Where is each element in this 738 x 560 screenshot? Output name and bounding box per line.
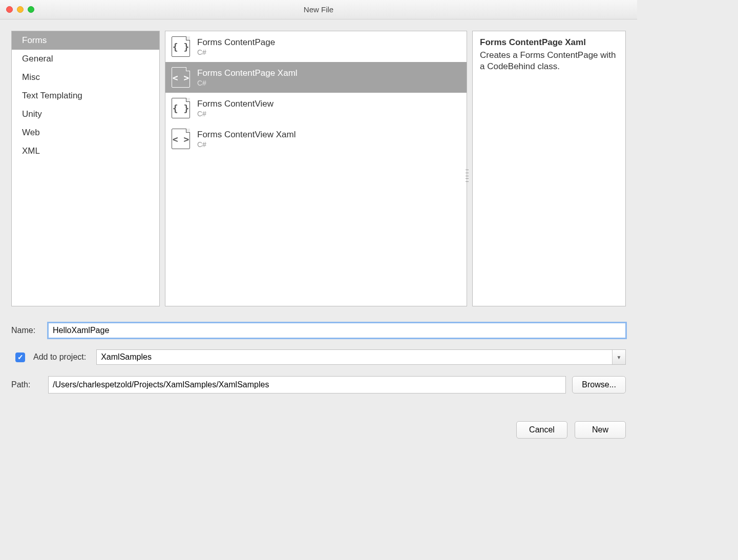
- template-language: C#: [197, 48, 275, 56]
- main-area: FormsGeneralMiscText TemplatingUnityWebX…: [0, 19, 637, 312]
- xaml-file-icon: < >: [172, 67, 190, 88]
- category-item-general[interactable]: General: [12, 50, 159, 68]
- description-panel: Forms ContentPage Xaml Creates a Forms C…: [472, 31, 626, 306]
- form-area: Name: Add to project: XamlSamples ▼ Path…: [0, 312, 637, 401]
- window-title: New File: [0, 5, 637, 14]
- csharp-file-icon: { }: [172, 36, 190, 57]
- name-row: Name:: [11, 323, 626, 338]
- minimize-window-button[interactable]: [17, 6, 24, 13]
- name-input[interactable]: [48, 323, 626, 338]
- template-text: Forms ContentPageC#: [197, 37, 275, 56]
- template-text: Forms ContentPage XamlC#: [197, 68, 298, 87]
- template-language: C#: [197, 79, 298, 87]
- description-title: Forms ContentPage Xaml: [480, 37, 618, 48]
- new-button[interactable]: New: [575, 421, 626, 439]
- cancel-button[interactable]: Cancel: [516, 421, 567, 439]
- template-text: Forms ContentView XamlC#: [197, 130, 296, 149]
- template-item[interactable]: < >Forms ContentPage XamlC#: [165, 62, 467, 93]
- category-item-unity[interactable]: Unity: [12, 105, 159, 123]
- category-item-text-templating[interactable]: Text Templating: [12, 87, 159, 105]
- category-item-misc[interactable]: Misc: [12, 68, 159, 87]
- template-text: Forms ContentViewC#: [197, 99, 273, 118]
- project-select[interactable]: XamlSamples ▼: [96, 349, 626, 365]
- close-window-button[interactable]: [6, 6, 13, 13]
- template-language: C#: [197, 140, 296, 149]
- add-to-project-checkbox[interactable]: [15, 352, 25, 362]
- template-item[interactable]: { }Forms ContentViewC#: [165, 93, 467, 123]
- xaml-file-icon: < >: [172, 129, 190, 149]
- csharp-file-icon: { }: [172, 98, 190, 118]
- path-row: Path: Browse...: [11, 376, 626, 393]
- description-body: Creates a Forms ContentPage with a CodeB…: [480, 50, 618, 72]
- resize-handle[interactable]: [466, 170, 469, 182]
- path-label: Path:: [11, 380, 42, 389]
- project-row: Add to project: XamlSamples ▼: [15, 349, 626, 365]
- category-list: FormsGeneralMiscText TemplatingUnityWebX…: [11, 31, 160, 306]
- traffic-lights: [6, 6, 34, 13]
- template-name: Forms ContentPage Xaml: [197, 68, 298, 78]
- name-label: Name:: [11, 326, 42, 335]
- titlebar: New File: [0, 0, 637, 19]
- category-item-xml[interactable]: XML: [12, 142, 159, 160]
- template-language: C#: [197, 110, 273, 118]
- category-item-web[interactable]: Web: [12, 123, 159, 142]
- project-select-value: XamlSamples: [101, 352, 152, 362]
- add-to-project-label: Add to project:: [33, 352, 86, 362]
- template-list: { }Forms ContentPageC#< >Forms ContentPa…: [165, 31, 467, 306]
- path-input[interactable]: [48, 376, 566, 393]
- zoom-window-button[interactable]: [28, 6, 34, 13]
- template-name: Forms ContentView Xaml: [197, 130, 296, 140]
- template-name: Forms ContentPage: [197, 37, 275, 48]
- browse-button[interactable]: Browse...: [572, 376, 626, 393]
- category-item-forms[interactable]: Forms: [12, 31, 159, 50]
- template-name: Forms ContentView: [197, 99, 273, 109]
- template-item[interactable]: { }Forms ContentPageC#: [165, 31, 467, 62]
- dialog-buttons: Cancel New: [0, 401, 637, 448]
- template-item[interactable]: < >Forms ContentView XamlC#: [165, 123, 467, 154]
- chevron-down-icon: ▼: [612, 350, 625, 364]
